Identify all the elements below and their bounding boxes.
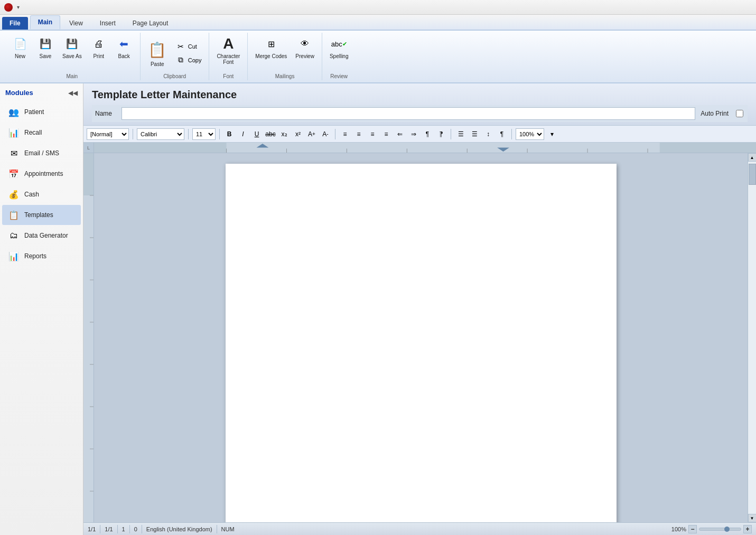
editor-toolbar: [Normal] Calibri 11 B I U abc x₂ x² A+ A… [83, 126, 756, 143]
paste-button[interactable]: 📋 Paste [145, 37, 170, 69]
underline-button[interactable]: U [251, 128, 263, 140]
superscript-button[interactable]: x² [292, 128, 304, 140]
toolbar-sep-6 [511, 129, 512, 139]
spelling-button[interactable]: abc✔ Spelling [326, 34, 352, 61]
subscript-button[interactable]: x₂ [278, 128, 290, 140]
preview-icon [296, 35, 313, 52]
sidebar-item-cash[interactable]: 💰 Cash [2, 184, 81, 204]
page-info: 1/1 [88, 526, 96, 532]
num-indicator: NUM [221, 526, 235, 532]
style-select[interactable]: [Normal] [87, 128, 129, 140]
tab-file[interactable]: File [2, 17, 28, 30]
recall-icon: 📊 [7, 126, 20, 139]
print-icon [90, 35, 107, 52]
align-left-button[interactable]: ≡ [339, 128, 351, 140]
toolbar-sep-5 [451, 129, 451, 139]
scroll-down-button[interactable]: ▼ [748, 514, 757, 522]
sidebar-item-label-recall: Recall [24, 129, 42, 136]
ruler-vertical [83, 153, 94, 522]
review-group-label: Review [330, 72, 348, 79]
sidebar-item-patient[interactable]: 👥 Patient [2, 102, 81, 122]
preview-button[interactable]: Preview [292, 34, 318, 61]
saveas-icon [63, 35, 80, 52]
tab-main[interactable]: Main [30, 15, 60, 30]
quick-access-arrow[interactable]: ▾ [17, 4, 20, 10]
patient-icon: 👥 [7, 106, 20, 118]
character-button[interactable]: A CharacterFont [213, 34, 243, 67]
cut-icon [175, 41, 186, 52]
indent-increase-button[interactable]: ⇒ [408, 128, 419, 140]
align-justify-button[interactable]: ≡ [380, 128, 392, 140]
appointments-icon: 📅 [7, 167, 20, 180]
section-info: 1/1 [105, 526, 113, 532]
bold-button[interactable]: B [223, 128, 235, 140]
sidebar-item-reports[interactable]: 📊 Reports [2, 246, 81, 266]
save-button[interactable]: Save [34, 34, 57, 61]
zoom-plus-button[interactable]: + [743, 525, 752, 533]
size-select[interactable]: 11 [192, 128, 216, 140]
back-icon [116, 35, 133, 52]
sidebar-item-label-email-sms: Email / SMS [24, 149, 59, 157]
status-sep-3 [129, 525, 130, 533]
num-list-button[interactable]: ☰ [469, 128, 480, 140]
modules-collapse-button[interactable]: ◀◀ [68, 89, 78, 97]
back-label: Back [118, 53, 130, 59]
cut-button[interactable]: Cut [172, 40, 205, 53]
sidebar-item-recall[interactable]: 📊 Recall [2, 123, 81, 143]
scroll-thumb[interactable] [749, 164, 756, 185]
print-button[interactable]: Print [87, 34, 110, 61]
zoom-dropdown-button[interactable]: ▾ [546, 128, 558, 140]
saveas-label: Save As [62, 53, 82, 59]
character-icon: A [220, 35, 237, 52]
italic-button[interactable]: I [237, 128, 249, 140]
rtl-button[interactable]: ¶ [435, 128, 447, 140]
scroll-track[interactable] [748, 162, 756, 514]
strikethrough-button[interactable]: abc [265, 128, 276, 140]
copy-button[interactable]: Copy [172, 54, 205, 67]
cut-label: Cut [188, 43, 197, 50]
tab-insert[interactable]: Insert [92, 16, 124, 30]
para-marks-button[interactable]: ¶ [496, 128, 508, 140]
line-spacing-button[interactable]: ↕ [482, 128, 494, 140]
status-sep-1 [100, 525, 100, 533]
toolbar-sep-4 [335, 129, 335, 139]
email-sms-icon: ✉ [7, 147, 20, 159]
page-container [94, 153, 748, 522]
zoom-controls: 100% − + [671, 525, 752, 533]
back-button[interactable]: Back [113, 34, 136, 61]
shrink-font-button[interactable]: A- [320, 128, 331, 140]
align-center-button[interactable]: ≡ [353, 128, 365, 140]
sidebar-item-email-sms[interactable]: ✉ Email / SMS [2, 143, 81, 163]
new-button[interactable]: New [8, 34, 32, 61]
name-label: Name [95, 110, 116, 117]
sidebar-item-data-generator[interactable]: 🗂 Data Generator [2, 226, 81, 246]
zoom-slider[interactable] [699, 528, 741, 531]
spelling-icon: abc✔ [331, 35, 348, 52]
auto-print-checkbox[interactable] [736, 110, 743, 117]
zoom-minus-button[interactable]: − [688, 525, 697, 533]
zoom-slider-thumb[interactable] [724, 527, 730, 532]
sidebar-item-label-reports: Reports [24, 252, 46, 260]
name-input[interactable] [122, 107, 695, 120]
ruler-corner: L [83, 143, 94, 153]
scroll-up-button[interactable]: ▲ [748, 153, 757, 162]
ltr-button[interactable]: ¶ [422, 128, 433, 140]
tab-view[interactable]: View [61, 16, 91, 30]
sidebar-item-label-appointments: Appointments [24, 170, 63, 177]
font-select[interactable]: Calibri [137, 128, 184, 140]
saveas-button[interactable]: Save As [59, 34, 85, 61]
grow-font-button[interactable]: A+ [306, 128, 318, 140]
indent-decrease-button[interactable]: ⇐ [394, 128, 406, 140]
merge-codes-button[interactable]: Merge Codes [252, 34, 290, 61]
document-page[interactable] [226, 164, 617, 522]
toolbar-sep-1 [133, 129, 133, 139]
ribbon-group-mailings: Merge Codes Preview Mailings [248, 33, 322, 80]
new-label: New [15, 53, 25, 59]
align-right-button[interactable]: ≡ [367, 128, 378, 140]
editor-scroll[interactable] [94, 153, 748, 522]
sidebar-item-appointments[interactable]: 📅 Appointments [2, 164, 81, 184]
sidebar-item-templates[interactable]: 📋 Templates [2, 205, 81, 225]
tab-pagelayout[interactable]: Page Layout [125, 16, 176, 30]
bullet-list-button[interactable]: ☰ [455, 128, 466, 140]
zoom-select[interactable]: 100% [516, 128, 544, 140]
